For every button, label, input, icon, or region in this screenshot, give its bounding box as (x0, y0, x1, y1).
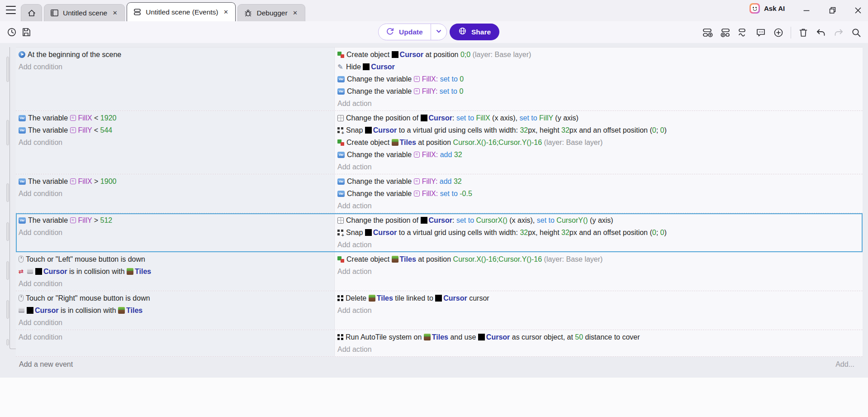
text-segment: set to (456, 114, 474, 122)
action-row[interactable]: Change the variable FillX: add 32 (335, 149, 863, 161)
close-tab-icon[interactable] (222, 9, 229, 16)
toolbar-right-group (702, 27, 862, 38)
undo-icon[interactable] (816, 27, 826, 38)
event-block[interactable]: Touch or "Left" mouse button is downCurs… (16, 252, 863, 291)
text-segment: add (440, 151, 452, 158)
home-icon (27, 9, 36, 18)
add-condition-button[interactable]: Add condition (16, 187, 334, 200)
action-row[interactable]: Delete Tiles tile linked to Cursor curso… (335, 292, 863, 304)
close-tab-icon[interactable] (111, 10, 119, 17)
action-row[interactable]: Snap Cursor to a virtual grid using cell… (335, 124, 863, 136)
tab-untitled-scene-events[interactable]: Untitled scene (Events) (127, 2, 236, 21)
action-row[interactable]: Change the variable FillY: set to 0 (335, 85, 863, 97)
text-segment: 1920 (100, 114, 117, 122)
add-more-events-icon[interactable] (773, 27, 784, 38)
update-button[interactable]: Update (378, 24, 447, 40)
add-action-button[interactable]: Add action (335, 265, 863, 278)
add-new-event-button[interactable]: Add a new event (19, 360, 73, 369)
text-segment: Change the variable (347, 177, 414, 185)
action-row[interactable]: Change the position of Cursor: set to Cu… (335, 214, 863, 226)
condition-row[interactable]: Touch or "Left" mouse button is down (16, 253, 334, 265)
add-subevent-icon[interactable] (720, 27, 731, 38)
tab-home[interactable] (21, 4, 42, 21)
tab-debugger[interactable]: Debugger (237, 4, 305, 21)
condition-row[interactable]: The variable FillX > 1900 (16, 175, 334, 187)
action-row[interactable]: Run AutoTile system on Tiles and use Cur… (335, 331, 863, 343)
text-segment: 0 (459, 87, 463, 95)
action-row[interactable]: Change the variable FillX: set to -0.5 (335, 187, 863, 200)
save-icon[interactable] (21, 27, 32, 38)
text-segment: Change the position of (346, 114, 421, 122)
mouse-icon (19, 256, 24, 263)
event-drag-handle[interactable] (6, 300, 9, 319)
add-action-button[interactable]: Add action (335, 200, 863, 212)
text-segment: Change the variable (347, 151, 414, 158)
add-condition-button[interactable]: Add condition (16, 61, 334, 73)
history-icon[interactable] (6, 27, 17, 38)
share-button[interactable]: Share (450, 24, 499, 40)
vartag-icon (70, 217, 76, 223)
action-row[interactable]: Change the variable FillY: add 32 (335, 175, 863, 187)
add-action-button[interactable]: Add action (335, 304, 863, 316)
action-row[interactable]: Create object Cursor at position 0;0 (la… (335, 48, 863, 61)
condition-row[interactable]: Cursor is in collision with Tiles (16, 265, 334, 278)
gdevelop-window: Untitled scene Untitled scene (Events) D… (0, 0, 868, 417)
conditions-column: The variable FillY > 512Add condition (16, 213, 335, 252)
event-drag-handle[interactable] (6, 261, 9, 280)
event-drag-handle[interactable] (6, 339, 9, 345)
event-drag-handle[interactable] (6, 57, 9, 82)
event-block[interactable]: The variable FillX > 1900Add conditionCh… (16, 174, 863, 213)
condition-row[interactable]: Cursor is in collision with Tiles (16, 304, 334, 316)
update-options-button[interactable] (431, 24, 446, 40)
condition-row[interactable]: Touch or "Right" mouse button is down (16, 292, 334, 304)
action-row[interactable]: Change the variable FillX: set to 0 (335, 73, 863, 85)
mouse-icon (19, 295, 24, 302)
ask-ai-button[interactable]: Ask AI (749, 3, 785, 14)
add-other-event-icon[interactable] (738, 27, 749, 38)
add-action-button[interactable]: Add action (335, 97, 863, 110)
add-condition-button[interactable]: Add condition (16, 316, 334, 329)
event-block[interactable]: Add conditionRun AutoTile system on Tile… (16, 330, 863, 357)
add-more-button[interactable]: Add... (835, 360, 854, 369)
condition-row[interactable]: The variable FillX < 1920 (16, 112, 334, 124)
event-drag-handle[interactable] (6, 183, 9, 202)
action-row[interactable]: Create object Tiles at position Cursor.X… (335, 253, 863, 265)
add-condition-button[interactable]: Add condition (16, 136, 334, 149)
close-window-button[interactable] (851, 4, 865, 17)
close-tab-icon[interactable] (292, 10, 299, 17)
add-condition-button[interactable]: Add condition (16, 278, 334, 290)
project-manager-menu-icon[interactable] (6, 6, 16, 14)
action-row[interactable]: Snap Cursor to a virtual grid using cell… (335, 226, 863, 239)
event-drag-handle[interactable] (6, 222, 9, 241)
add-condition-button[interactable]: Add condition (16, 331, 334, 343)
varblue-icon (19, 115, 26, 121)
condition-row[interactable]: The variable FillY > 512 (16, 214, 334, 226)
event-drag-handle[interactable] (6, 120, 9, 145)
event-block[interactable]: The variable FillX < 1920The variable Fi… (16, 111, 863, 174)
condition-row[interactable]: The variable FillY < 544 (16, 124, 334, 136)
text-segment: px and an offset position ( (569, 229, 652, 236)
add-action-button[interactable]: Add action (335, 161, 863, 173)
action-row[interactable]: Create object Tiles at position Cursor.X… (335, 136, 863, 149)
text-segment: Cursor (429, 216, 452, 224)
text-segment: tile linked to (393, 294, 435, 302)
add-condition-button[interactable]: Add condition (16, 226, 334, 239)
action-row[interactable]: Hide Cursor (335, 61, 863, 73)
restore-button[interactable] (826, 4, 840, 17)
add-comment-icon[interactable] (755, 27, 766, 38)
tab-untitled-scene[interactable]: Untitled scene (44, 4, 125, 21)
condition-row[interactable]: At the beginning of the scene (16, 48, 334, 61)
event-block[interactable]: Touch or "Right" mouse button is downCur… (16, 291, 863, 330)
search-icon[interactable] (851, 27, 862, 38)
delete-icon[interactable] (798, 27, 809, 38)
add-action-button[interactable]: Add action (335, 343, 863, 355)
redo-icon[interactable] (833, 27, 844, 38)
add-action-button[interactable]: Add action (335, 239, 863, 251)
event-block[interactable]: At the beginning of the sceneAdd conditi… (16, 48, 863, 111)
minimize-button[interactable] (800, 4, 813, 17)
action-row[interactable]: Change the position of Cursor: set to Fi… (335, 112, 863, 124)
vartag-icon (414, 76, 420, 82)
text-segment: FillY: (422, 177, 438, 185)
add-event-icon[interactable] (702, 27, 713, 38)
event-block[interactable]: The variable FillY > 512Add conditionCha… (16, 213, 863, 252)
